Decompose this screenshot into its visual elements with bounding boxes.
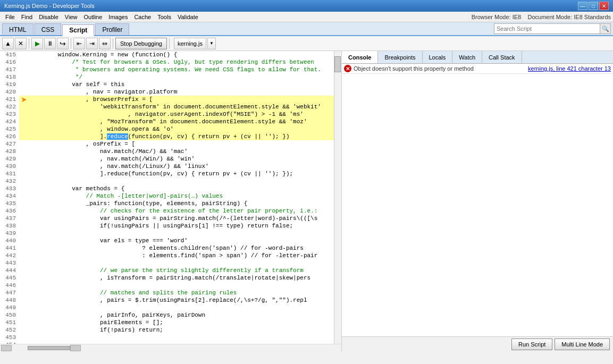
line-arrow-indicator [19,111,29,118]
menu-view[interactable]: View [62,13,81,21]
code-line-431: 431 ].reduce(function(pv, cv) { return p… [0,170,334,177]
tab-watch[interactable]: Watch [452,51,482,63]
code-line-433: 433 var methods = { [0,185,334,192]
right-panel: Console Breakpoints Locals Watch Call St… [342,51,613,351]
close-button[interactable]: ✕ [599,2,609,10]
toolbar-separator-1 [29,38,29,49]
code-line-435: 435 _pairs: function(type, elements, pai… [0,200,334,207]
line-code: var methods = { [29,185,124,192]
line-number: 418 [0,73,19,81]
code-line-417: 417 * browsers and operating systems. We… [0,66,334,73]
tab-css[interactable]: CSS [35,23,62,35]
line-code: , nav.match(/Win/) && 'win' [29,155,195,163]
line-arrow-indicator [19,341,29,344]
line-number: 438 [0,222,19,230]
menu-find[interactable]: Find [18,13,36,21]
error-location-link[interactable]: kerning.js, line 421 character 13 [528,65,611,72]
minimize-button[interactable]: — [578,2,587,10]
line-code: var els = type === 'word' [29,237,188,244]
menu-tools[interactable]: Tools [154,13,174,21]
menu-disable[interactable]: Disable [36,13,62,21]
menu-cache[interactable]: Cache [131,13,154,21]
indent-more-button[interactable]: ⇥ [86,38,98,49]
cursor-tool-button[interactable]: ▲ [2,38,14,49]
line-arrow-indicator [19,170,29,177]
line-arrow-indicator [19,326,29,334]
delete-button[interactable]: ✕ [15,38,27,49]
line-number: 424 [0,118,19,125]
format-button[interactable]: ⇔ [99,38,111,49]
code-line-430: 430 , nav.match(/Linux/) && 'linux' [0,163,334,170]
run-script-button[interactable]: Run Script [511,338,552,350]
code-line-453: 453 [0,334,334,341]
code-line-416: 416 /* Test for browsers & OSes. Ugly, b… [0,58,334,66]
line-arrow-indicator [19,125,29,133]
error-message: Object doesn't support this property or … [354,65,526,72]
line-code: _pairs: function(type, elements, pairStr… [29,200,247,207]
line-code: ].reduce(function(pv, cv) { return pv + … [29,170,293,177]
line-code [29,341,100,344]
search-script-input[interactable] [494,23,600,34]
indent-less-button[interactable]: ⇤ [73,38,85,49]
tab-callstack[interactable]: Call Stack [482,51,522,63]
tab-console[interactable]: Console [342,51,378,63]
tab-profiler[interactable]: Profiler [95,23,129,35]
line-code: var self = this [29,81,124,88]
code-line-437: 437 var usingPairs = pairString.match(/^… [0,215,334,222]
stop-debugging-button[interactable]: Stop Debugging [115,38,167,49]
horizontal-scrollbar[interactable] [0,344,341,351]
menu-file[interactable]: File [2,13,18,21]
filename-button[interactable]: kerning.js [174,38,206,49]
line-number: 442 [0,252,19,259]
code-scroll-area: 415 window.Kerning = new (function() {41… [0,51,341,344]
code-line-428: 428 nav.match(/Mac/) && 'mac' [0,148,334,155]
step-over-button[interactable]: ↪ [57,38,69,49]
line-number: 417 [0,66,19,73]
browser-mode-label: Browser Mode: IE8 Document Mode: IE8 Sta… [472,14,611,20]
main-tab-bar: HTML CSS Script Profiler 🔍 [0,22,613,36]
line-code: , window.opera && 'o' [29,125,174,133]
line-arrow-indicator [19,311,29,319]
line-number: 432 [0,177,19,185]
code-line-425: 425 , window.opera && 'o' [0,125,334,133]
search-icon[interactable]: 🔍 [600,23,611,34]
line-code: , pairs = $.trim(usingPairs[2].replace(/… [29,297,307,304]
line-arrow-indicator [19,282,29,289]
line-code: 'webkitTransform' in document.documentEl… [29,103,321,111]
maximize-button[interactable]: □ [589,2,598,10]
tab-locals[interactable]: Locals [423,51,453,63]
pause-button[interactable]: ⏸ [44,38,56,49]
tab-breakpoints[interactable]: Breakpoints [378,51,422,63]
menu-outline[interactable]: Outline [80,13,105,21]
console-output: ✕ Object doesn't support this property o… [342,64,613,336]
code-line-421: 421➤ , browserPrefix = [ [0,96,334,103]
code-line-424: 424 , "MozTransform" in document.documen… [0,118,334,125]
line-arrow-indicator [19,163,29,170]
line-number: 440 [0,237,19,244]
tab-script[interactable]: Script [62,24,94,36]
line-number: 415 [0,51,19,58]
menu-validate[interactable]: Validate [174,13,201,21]
line-code: : elements.find('span > span') // for -l… [29,252,317,259]
file-selector: kerning.js ▼ [174,38,216,49]
tab-html[interactable]: HTML [2,23,33,35]
line-number: 446 [0,282,19,289]
line-number: 453 [0,334,19,341]
line-code [29,282,30,289]
line-number: 435 [0,200,19,207]
line-number: 419 [0,81,19,88]
play-button[interactable]: ▶ [31,38,43,49]
line-code: , "MozTransform" in document.documentEle… [29,118,307,125]
code-line-445: 445 , isTransform = pairString.match(/tr… [0,274,334,282]
hscroll-thumb[interactable] [28,346,70,350]
line-code: , osPrefix = [ [29,140,135,148]
vertical-scrollbar[interactable] [334,51,341,344]
code-line-439: 439 [0,230,334,237]
line-code [29,259,30,267]
line-code: var usingPairs = pairString.match(/^-(le… [29,215,317,222]
multi-line-mode-button[interactable]: Multi Line Mode [555,338,610,350]
file-dropdown-arrow[interactable]: ▼ [207,38,216,49]
code-editor[interactable]: 415 window.Kerning = new (function() {41… [0,51,342,351]
line-number: 451 [0,319,19,326]
menu-images[interactable]: Images [105,13,131,21]
